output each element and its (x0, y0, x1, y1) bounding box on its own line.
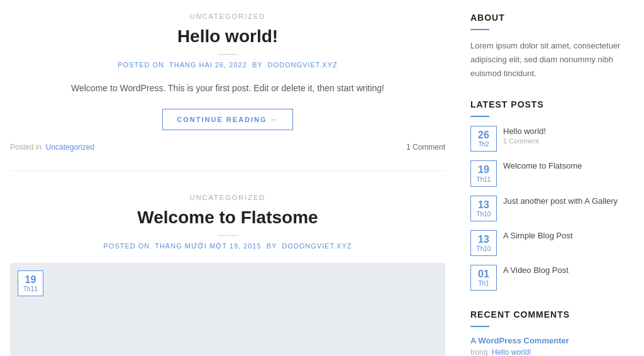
post-meta-date: THÁNG MƯỜI MỘT 19, 2015 (155, 242, 261, 250)
post-title-divider (218, 54, 237, 55)
date-badge-month: Th11 (23, 286, 38, 293)
posted-in-label: Posted in (10, 143, 42, 152)
post-date-badge: 13 Th10 (470, 196, 497, 221)
list-item: 26 Th2 Hello world! 1 Comment (470, 126, 634, 152)
sidebar-about-text: Lorem ipsum dolor sit amet, consectetuer… (470, 39, 634, 81)
latest-post-comment: 1 Comment (503, 137, 546, 145)
sidebar-recent-comments-title: RECENT COMMENTS (470, 309, 634, 320)
date-badge-day: 13 (476, 199, 491, 211)
post-meta-author: DODONGVIET.XYZ (268, 61, 338, 69)
date-badge-day: 13 (476, 233, 491, 245)
post-date-badge: 26 Th2 (470, 126, 497, 152)
sidebar-about-title: ABOUT (470, 13, 634, 23)
post-image: 19 Th11 (10, 263, 445, 356)
date-badge-day: 19 (23, 274, 38, 286)
post-meta-author: DODONGVIET.XYZ (282, 242, 352, 250)
latest-post-title: Just another post with A Gallery (503, 196, 618, 207)
post-footer: Posted in Uncategorized 1 Comment (10, 143, 445, 152)
sidebar-about-divider (470, 29, 489, 30)
sidebar-recent-comments: RECENT COMMENTS A WordPress Commenter tr… (470, 309, 634, 356)
post-title: Hello world! (10, 26, 445, 47)
sidebar-recent-comments-divider (470, 326, 489, 327)
post-title: Welcome to Flatsome (10, 208, 445, 228)
sidebar-latest-posts: LATEST POSTS 26 Th2 Hello world! 1 Comme… (470, 99, 634, 291)
sidebar-about: ABOUT Lorem ipsum dolor sit amet, consec… (470, 13, 634, 81)
comment-on: trong Hello world! (470, 348, 634, 356)
comment-on-label: trong (470, 348, 487, 356)
post-category: UNCATEGORIZED (10, 13, 445, 20)
continue-reading-button[interactable]: CONTINUE READING → (162, 109, 292, 130)
post-meta-by: BY (252, 61, 262, 69)
post-footer-in: Posted in Uncategorized (10, 143, 94, 152)
comment-count: 1 Comment (406, 143, 445, 152)
post-meta: POSTED ON THÁNG HAI 26, 2022 BY DODONGVI… (10, 61, 445, 69)
post-meta-by: BY (267, 242, 277, 250)
date-badge-day: 01 (476, 268, 491, 280)
date-badge-month: Th11 (476, 176, 491, 184)
page-layout: UNCATEGORIZED Hello world! POSTED ON THÁ… (0, 0, 644, 356)
comment-author: A WordPress Commenter (470, 336, 634, 345)
list-item: 01 Th1 A Video Blog Post (470, 265, 634, 291)
post-meta-date: THÁNG HAI 26, 2022 (169, 61, 247, 69)
post-category-link[interactable]: Uncategorized (46, 143, 94, 152)
post-excerpt: Welcome to WordPress. This is your first… (10, 81, 445, 96)
post-meta-prefix: POSTED ON (118, 61, 164, 69)
main-content: UNCATEGORIZED Hello world! POSTED ON THÁ… (10, 13, 445, 356)
latest-post-title: Hello world! (503, 126, 546, 137)
sidebar-latest-posts-divider (470, 116, 489, 117)
latest-post-title: Welcome to Flatsome (503, 160, 582, 172)
list-item: 13 Th10 Just another post with A Gallery (470, 196, 634, 221)
latest-post-title: A Video Blog Post (503, 265, 569, 276)
post-date-badge: 19 Th11 (470, 160, 497, 186)
date-badge-month: Th10 (476, 245, 491, 253)
latest-post-title: A Simple Blog Post (503, 230, 573, 242)
post-date-badge: 01 Th1 (470, 265, 497, 291)
date-badge-day: 26 (476, 129, 491, 141)
post-item: UNCATEGORIZED Hello world! POSTED ON THÁ… (10, 13, 445, 171)
post-meta-prefix: POSTED ON (103, 242, 150, 250)
sidebar-latest-posts-title: LATEST POSTS (470, 99, 634, 109)
comment-post-link[interactable]: Hello world! (492, 348, 531, 356)
list-item: 19 Th11 Welcome to Flatsome (470, 160, 634, 186)
post-title-divider (218, 235, 237, 236)
post-date-badge: 13 Th10 (470, 230, 497, 256)
post-category: UNCATEGORIZED (10, 194, 445, 201)
post-item: UNCATEGORIZED Welcome to Flatsome POSTED… (10, 194, 445, 356)
date-badge-month: Th2 (476, 141, 491, 148)
list-item: 13 Th10 A Simple Blog Post (470, 230, 634, 256)
sidebar: ABOUT Lorem ipsum dolor sit amet, consec… (470, 13, 634, 356)
date-badge-day: 19 (476, 164, 491, 175)
date-badge-month: Th10 (476, 211, 491, 218)
post-meta: POSTED ON THÁNG MƯỜI MỘT 19, 2015 BY DOD… (10, 242, 445, 250)
post-date-badge: 19 Th11 (18, 270, 43, 296)
date-badge-month: Th1 (476, 280, 491, 287)
